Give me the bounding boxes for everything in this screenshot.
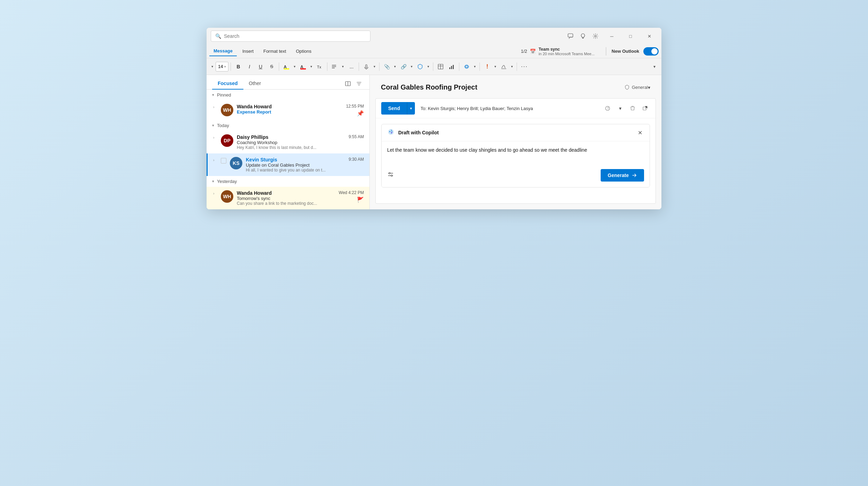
email-expand-icon-4[interactable]: › <box>213 190 217 195</box>
font-highlight-chevron[interactable]: ▾ <box>292 62 297 72</box>
italic-button[interactable]: I <box>244 62 254 72</box>
attach-button[interactable]: 📎 <box>382 62 392 72</box>
new-outlook-toggle[interactable] <box>643 47 659 56</box>
svg-point-1 <box>595 35 596 37</box>
section-yesterday[interactable]: ▾ Yesterday <box>207 176 369 187</box>
email-item-kevin[interactable]: › KS Kevin Sturgis Update on Coral Gable… <box>207 153 369 176</box>
menu-format-text[interactable]: Format text <box>259 47 290 56</box>
attach-chevron[interactable]: ▾ <box>392 62 398 72</box>
compose-collapse-button[interactable]: ▾ <box>648 85 650 90</box>
signature-chevron[interactable]: ▾ <box>509 62 515 72</box>
copilot-prompt-text[interactable]: Let the team know we decided to use clay… <box>387 147 644 164</box>
help-button[interactable]: ? <box>603 103 612 113</box>
email-checkbox-3[interactable] <box>221 158 226 164</box>
email-item-wanda-expense[interactable]: › WH Wanda Howard Expense Report 12:55 P… <box>207 100 369 120</box>
compose-title: Coral Gables Roofing Project <box>381 83 619 91</box>
tab-other[interactable]: Other <box>243 78 267 90</box>
generate-button[interactable]: Generate <box>601 169 644 182</box>
menu-divider <box>606 47 606 56</box>
compose-shield-label: General <box>632 85 648 90</box>
send-button-group: Send ▾ <box>381 102 415 115</box>
sensitivity-button[interactable] <box>415 62 425 72</box>
tb-sep-9 <box>517 62 517 71</box>
close-button[interactable]: ✕ <box>641 31 657 42</box>
tab-focused[interactable]: Focused <box>212 78 243 90</box>
font-color-chevron[interactable]: ▾ <box>308 62 314 72</box>
email-body-2: Daisy Phillips Coaching Workshop Hey Kat… <box>237 134 345 150</box>
filter-button[interactable] <box>354 79 364 89</box>
svg-point-25 <box>391 132 392 133</box>
email-meta-3: 9:30 AM <box>349 157 364 162</box>
bold-button[interactable]: B <box>233 62 243 72</box>
send-button[interactable]: Send <box>381 102 407 115</box>
section-today[interactable]: ▾ Today <box>207 120 369 131</box>
more-options-button[interactable]: ··· <box>519 62 529 72</box>
menu-message[interactable]: Message <box>209 46 237 56</box>
reading-pane-button[interactable] <box>343 79 353 89</box>
font-highlight-button[interactable]: A <box>281 62 292 72</box>
menu-options[interactable]: Options <box>292 47 316 56</box>
avatar-wanda: WH <box>221 104 233 116</box>
copilot-close-button[interactable]: ✕ <box>636 128 644 137</box>
compose-card: Send ▾ To: Kevin Sturgis; Henry Brill; L… <box>375 98 656 204</box>
email-expand-icon-2[interactable]: › <box>213 134 217 140</box>
email-expand-icon-3[interactable]: › <box>213 157 217 162</box>
team-sync-area[interactable]: 1/2 📅 Team sync in 20 min Microsoft Team… <box>521 47 594 56</box>
sensitivity-chevron[interactable]: ▾ <box>425 62 431 72</box>
importance-chevron[interactable]: ▾ <box>492 62 498 72</box>
clear-format-button[interactable]: Tx <box>315 62 325 72</box>
more-format-button[interactable]: ... <box>346 62 357 72</box>
search-box[interactable]: 🔍 <box>211 31 370 42</box>
copilot-settings-button[interactable] <box>387 171 394 179</box>
app-window: 🔍 ─ □ ✕ Message Insert Format text Optio… <box>207 28 661 209</box>
font-family-dropdown[interactable]: ▾ <box>209 62 215 72</box>
minimize-button[interactable]: ─ <box>604 31 620 42</box>
title-bar-icons <box>565 31 601 42</box>
flag-icon: 🚩 <box>357 196 364 203</box>
immersive-chevron[interactable]: ▾ <box>472 62 477 72</box>
font-size-dropdown[interactable]: 14 ▾ <box>216 62 228 72</box>
new-outlook-label: New Outlook <box>612 49 639 54</box>
immersive-button[interactable] <box>461 62 472 72</box>
importance-button[interactable]: ! <box>482 62 492 72</box>
svg-rect-8 <box>332 66 336 67</box>
to-field[interactable]: To: Kevin Sturgis; Henry Brill; Lydia Ba… <box>420 106 603 111</box>
send-chevron-button[interactable]: ▾ <box>407 102 415 115</box>
delete-button[interactable] <box>628 103 637 113</box>
popout-button[interactable] <box>640 103 650 113</box>
paragraph-button[interactable] <box>329 62 340 72</box>
paragraph-chevron[interactable]: ▾ <box>340 62 345 72</box>
table-button[interactable] <box>435 62 446 72</box>
link-group: 🔗 ▾ <box>398 62 414 72</box>
feedback-icon[interactable] <box>565 31 576 42</box>
svg-point-29 <box>391 175 392 176</box>
search-input[interactable] <box>224 33 366 39</box>
email-time-4: Wed 4:22 PM <box>339 190 364 195</box>
avatar-kevin: KS <box>230 157 242 169</box>
section-pinned[interactable]: ▾ Pinned <box>207 90 369 100</box>
menu-insert[interactable]: Insert <box>238 47 258 56</box>
lightbulb-icon[interactable] <box>577 31 589 42</box>
email-meta-4: Wed 4:22 PM 🚩 <box>339 190 364 203</box>
dictate-group: ▾ <box>361 62 377 72</box>
strikethrough-button[interactable]: S <box>266 62 277 72</box>
toolbar-expand-button[interactable]: ▾ <box>650 62 659 71</box>
underline-button[interactable]: U <box>255 62 266 72</box>
signature-button[interactable] <box>499 62 509 72</box>
email-item-wanda-sync[interactable]: › WH Wanda Howard Tomorrow's sync Can yo… <box>207 187 369 209</box>
to-chevron[interactable]: ▾ <box>615 103 625 113</box>
maximize-button[interactable]: □ <box>623 31 639 42</box>
svg-point-24 <box>390 131 391 132</box>
signature-group: ▾ <box>499 62 515 72</box>
dictate-button[interactable] <box>361 62 372 72</box>
copilot-icon <box>387 128 395 137</box>
link-button[interactable]: 🔗 <box>398 62 409 72</box>
chart-button[interactable] <box>446 62 457 72</box>
email-expand-icon[interactable]: › <box>213 104 217 109</box>
font-color-button[interactable]: A <box>298 62 308 72</box>
email-item-daisy[interactable]: › DP Daisy Phillips Coaching Workshop He… <box>207 131 369 153</box>
settings-icon[interactable] <box>590 31 601 42</box>
dictate-chevron[interactable]: ▾ <box>372 62 377 72</box>
email-compose-panel: Coral Gables Roofing Project General ▾ S… <box>370 75 661 209</box>
link-chevron[interactable]: ▾ <box>409 62 414 72</box>
